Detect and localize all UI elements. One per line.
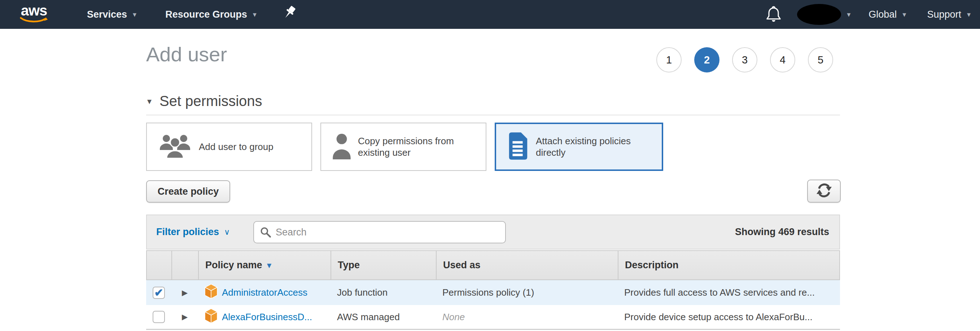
row-policy-name-cell: AlexaForBusinessD... [198, 305, 331, 329]
refresh-button[interactable] [807, 180, 841, 203]
group-icon [158, 133, 192, 160]
policy-name-link[interactable]: AdministratorAccess [222, 287, 307, 298]
search-icon [260, 226, 271, 238]
top-navbar: aws Services ▾ Resource Groups ▾ [0, 0, 980, 29]
wizard-steps: 1 2 3 4 5 [656, 47, 833, 73]
navbar-right: ▾ Global ▾ Support ▾ [765, 4, 980, 25]
account-caret-icon: ▾ [847, 10, 851, 19]
row-expand-icon[interactable]: ▶ [182, 313, 188, 321]
support-caret-icon: ▾ [967, 10, 970, 19]
row-expand-icon[interactable]: ▶ [182, 288, 188, 297]
region-caret-icon: ▾ [902, 10, 906, 19]
table-row-administratoraccess: ✔ ▶ AdministratorAccess Job function Per… [146, 280, 840, 305]
table-row-alexaforbusiness: ▶ AlexaForBusinessD... AWS managed None … [146, 305, 840, 330]
document-icon [507, 131, 529, 162]
filter-policies-dropdown[interactable]: Filter policies ∨ [156, 226, 230, 238]
aws-smile-icon [19, 16, 49, 26]
policy-search-box [253, 221, 506, 243]
filter-policies-label: Filter policies [156, 226, 219, 238]
step-4: 4 [770, 47, 795, 73]
set-permissions-header: ▾ Set permissions [147, 93, 262, 109]
header-type: Type [331, 251, 437, 279]
row-expand-cell: ▶ [172, 305, 198, 329]
header-description: Description [619, 251, 839, 279]
resource-groups-caret-icon: ▾ [253, 10, 256, 19]
option-label: Copy permissions from existing user [358, 135, 473, 158]
step-1: 1 [656, 47, 682, 73]
policy-table-header: Policy name ▾ Type Used as Description [146, 250, 840, 280]
row-type-cell: Job function [331, 280, 436, 305]
row-policy-name-cell: AdministratorAccess [198, 280, 331, 305]
checkmark-icon: ✔ [154, 287, 163, 298]
row-checkbox-cell [146, 305, 172, 329]
policy-cube-icon [205, 284, 218, 301]
row-expand-cell: ▶ [172, 280, 198, 305]
policy-filter-bar: Filter policies ∨ Showing 469 results [146, 215, 840, 250]
option-label: Attach existing policies directly [536, 135, 651, 158]
option-attach-existing-policies[interactable]: Attach existing policies directly [495, 123, 663, 171]
aws-logo[interactable]: aws [19, 3, 49, 26]
header-policy-name[interactable]: Policy name ▾ [199, 251, 331, 279]
section-divider [146, 115, 840, 116]
user-icon [332, 133, 352, 161]
nav-support[interactable]: Support [927, 9, 961, 20]
option-copy-permissions[interactable]: Copy permissions from existing user [320, 123, 487, 171]
sort-desc-icon: ▾ [267, 261, 271, 270]
checkbox-unchecked[interactable] [153, 311, 165, 323]
row-checkbox-cell: ✔ [146, 280, 172, 305]
step-5: 5 [808, 47, 833, 73]
section-title: Set permissions [159, 93, 262, 109]
results-count: Showing 469 results [735, 226, 829, 238]
header-policy-name-label: Policy name [205, 260, 262, 271]
checkbox-checked[interactable]: ✔ [153, 287, 165, 299]
policy-cube-icon [205, 308, 218, 326]
option-add-user-to-group[interactable]: Add user to group [146, 123, 312, 171]
search-input[interactable] [275, 226, 505, 238]
page-title: Add user [146, 43, 227, 66]
create-policy-button[interactable]: Create policy [146, 180, 230, 203]
filter-chevron-down-icon: ∨ [224, 228, 230, 237]
aws-console-page: aws Services ▾ Resource Groups ▾ [0, 0, 980, 331]
row-description-cell: Provide device setup access to AlexaForB… [618, 305, 840, 329]
account-name-redacted[interactable] [797, 4, 841, 25]
nav-resource-groups[interactable]: Resource Groups [165, 9, 247, 20]
nav-region-global[interactable]: Global [869, 9, 897, 20]
header-used-as: Used as [437, 251, 619, 279]
row-used-as-cell: Permissions policy (1) [436, 280, 618, 305]
row-type-cell: AWS managed [331, 305, 436, 329]
step-2-active: 2 [694, 47, 719, 73]
step-3: 3 [732, 47, 757, 73]
collapse-caret-icon[interactable]: ▾ [147, 96, 151, 106]
row-used-as-cell: None [436, 305, 618, 329]
header-checkbox-column [147, 251, 172, 279]
header-expand-column [172, 251, 199, 279]
services-caret-icon: ▾ [133, 10, 137, 19]
notifications-bell-icon[interactable] [765, 5, 782, 24]
row-description-cell: Provides full access to AWS services and… [618, 280, 840, 305]
policy-name-link[interactable]: AlexaForBusinessD... [222, 312, 312, 323]
pushpin-icon[interactable] [282, 5, 296, 24]
nav-services[interactable]: Services [87, 9, 127, 20]
aws-logo-text: aws [21, 3, 47, 17]
option-label: Add user to group [199, 141, 274, 153]
refresh-icon [816, 182, 832, 200]
